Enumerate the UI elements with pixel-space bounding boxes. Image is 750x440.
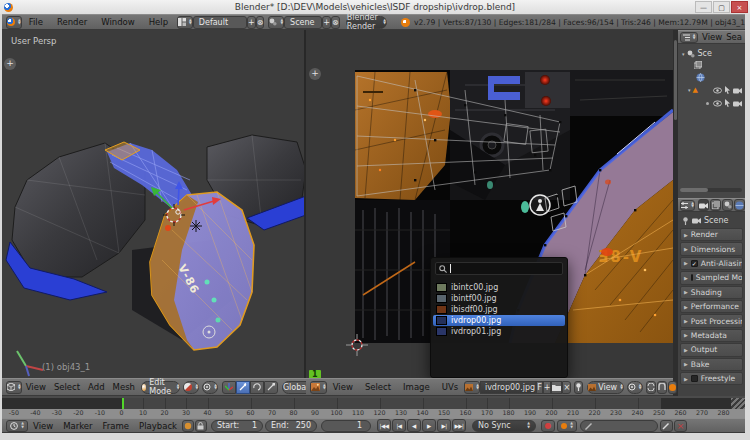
editor-type-button-uv[interactable] — [310, 381, 327, 394]
outliner-row-meshdata[interactable] — [706, 99, 745, 107]
properties-panel-freestyle[interactable]: ▶Freestyle — [680, 372, 743, 385]
add-scene-button[interactable]: + — [322, 16, 331, 29]
menu-render[interactable]: Render — [57, 17, 87, 27]
panel-checkbox[interactable]: ✓ — [691, 260, 698, 267]
image-pin-button[interactable] — [574, 381, 583, 394]
outliner-row-object[interactable]: ▾ ▲ — [688, 86, 745, 94]
uv-menu-view[interactable]: View — [333, 382, 353, 392]
properties-panel-render[interactable]: ▶Render — [680, 228, 743, 241]
collapse-arrow-icon[interactable]: ▶ — [684, 232, 688, 238]
image-browse-button[interactable] — [464, 381, 480, 394]
properties-panel-performance[interactable]: ▶Performance — [680, 300, 743, 313]
uv-menu-uvs[interactable]: UVs — [442, 382, 458, 392]
properties-editor[interactable]: Scene ▶Render▶Dimensions▶✓Anti-Aliasing▶… — [678, 198, 745, 396]
fake-user-button[interactable]: F — [536, 381, 543, 394]
properties-panel-dimensions[interactable]: ▶Dimensions — [680, 242, 743, 255]
record-button[interactable]: ● — [541, 420, 555, 432]
keying-set-field[interactable] — [580, 420, 658, 432]
region-scrollbar-thumb[interactable] — [674, 40, 677, 120]
sync-mode-select[interactable]: No Sync — [472, 420, 536, 432]
mode-select[interactable]: Edit Mode — [141, 381, 181, 394]
timeline[interactable]: -50-40-30-20-100102030405060708090100110… — [2, 398, 745, 418]
prev-keyframe-button[interactable]: |◀ — [392, 419, 406, 432]
unlink-image-button[interactable]: × — [562, 381, 571, 394]
manipulator-rotate-button[interactable] — [250, 381, 264, 394]
screen-layout-icon-button[interactable] — [177, 16, 193, 29]
selectability-pointer-icon[interactable] — [724, 99, 731, 107]
selectability-pointer-icon[interactable] — [724, 86, 731, 94]
collapse-arrow-icon[interactable]: ▶ — [684, 246, 688, 252]
title-bar[interactable]: Blender* [D:\DEV\Models\vehicles\ISDF dr… — [0, 0, 750, 14]
timeline-resize-grip[interactable] — [731, 398, 745, 409]
tl-menu-view[interactable]: View — [33, 421, 53, 431]
expander-icon[interactable]: ▾ — [682, 51, 685, 57]
image-name-field[interactable]: ivdrop00.jpg — [480, 381, 536, 394]
scene-field[interactable]: Scene — [284, 16, 322, 29]
screen-layout-field[interactable]: Default — [193, 16, 247, 29]
unlink-layout-button[interactable]: ⊗ — [256, 16, 265, 29]
new-image-button[interactable]: + — [543, 381, 552, 394]
manipulator-scale-button[interactable] — [264, 381, 278, 394]
properties-panel-post-processing[interactable]: ▶Post Processing — [680, 314, 743, 327]
uv-image-editor[interactable]: Ǝ8-V — [306, 30, 673, 378]
renderability-camera-icon[interactable] — [733, 87, 742, 94]
outliner-menu-view[interactable]: View — [702, 32, 722, 42]
renderability-camera-icon[interactable] — [733, 100, 742, 107]
menu-help[interactable]: Help — [149, 17, 168, 27]
next-keyframe-button[interactable]: ▶| — [437, 419, 451, 432]
image-list-item[interactable]: ivdrop00.jpg — [433, 315, 565, 326]
tl-menu-playback[interactable]: Playback — [139, 421, 177, 431]
outliner-hscrollbar-thumb[interactable] — [680, 188, 708, 192]
v3d-menu-add[interactable]: Add — [88, 382, 104, 392]
tab-world[interactable] — [734, 199, 745, 211]
expander-icon[interactable]: ▾ — [688, 87, 691, 93]
play-reverse-button[interactable]: ◀ — [407, 419, 421, 432]
collapse-arrow-icon[interactable]: ▶ — [684, 376, 688, 382]
image-list-item[interactable]: ibintf00.jpg — [433, 293, 565, 304]
pin-icon[interactable] — [682, 217, 689, 225]
keying-type-select[interactable] — [557, 420, 577, 432]
tab-scene[interactable] — [722, 199, 733, 211]
scene-icon-button[interactable] — [268, 16, 284, 29]
dropdown-search-input[interactable] — [435, 262, 563, 275]
tl-menu-frame[interactable]: Frame — [103, 421, 129, 431]
open-image-button[interactable] — [551, 381, 562, 394]
jump-end-button[interactable]: ▶▶| — [452, 419, 466, 432]
tab-render[interactable] — [698, 199, 709, 211]
editor-type-button-3dview[interactable] — [6, 381, 22, 394]
jump-start-button[interactable]: |◀◀ — [377, 419, 391, 432]
uv-view-mode-select[interactable]: View — [587, 381, 624, 394]
v3d-menu-view[interactable]: View — [26, 382, 46, 392]
editor-type-button-timeline[interactable] — [6, 420, 28, 432]
panel-icon[interactable] — [691, 274, 693, 281]
outliner[interactable]: View Sea ▾ Sce ▾ ▲ — [678, 30, 745, 198]
collapse-arrow-icon[interactable]: ▶ — [684, 347, 688, 353]
uv-snap-button[interactable] — [657, 381, 667, 394]
collapse-arrow-icon[interactable]: ▶ — [684, 304, 688, 310]
timeline-track[interactable] — [2, 398, 745, 409]
collapse-arrow-icon[interactable]: ▶ — [684, 275, 688, 281]
panel-icon[interactable] — [691, 375, 698, 382]
uv-menu-select[interactable]: Select — [365, 382, 391, 392]
properties-panel-bake[interactable]: ▶Bake — [680, 358, 743, 371]
image-list-item[interactable]: ibisdf00.jpg — [433, 304, 565, 315]
collapse-arrow-icon[interactable]: ▶ — [684, 260, 688, 266]
uv-sync-select-button[interactable] — [646, 381, 656, 394]
uv-menu-image[interactable]: Image — [403, 382, 430, 392]
insert-keyframe-button[interactable] — [660, 420, 673, 432]
menu-window[interactable]: Window — [101, 17, 135, 27]
outliner-row-renderlayers[interactable] — [694, 61, 745, 69]
viewport-3d[interactable]: V-86 — [2, 30, 306, 378]
editor-type-button-properties[interactable] — [680, 200, 695, 211]
collapse-arrow-icon[interactable]: ▶ — [684, 318, 688, 324]
editor-type-button-info[interactable] — [6, 16, 22, 29]
frame-start-field[interactable]: Start:1 — [211, 420, 263, 432]
maximize-button[interactable]: ▢ — [713, 1, 730, 13]
frame-end-field[interactable]: End:250 — [265, 420, 317, 432]
tl-menu-marker[interactable]: Marker — [63, 421, 92, 431]
unlink-scene-button[interactable]: ⊗ — [331, 16, 340, 29]
manipulator-translate-button[interactable] — [236, 381, 250, 394]
collapse-arrow-icon[interactable]: ▶ — [684, 361, 688, 367]
visibility-eye-icon[interactable] — [713, 100, 722, 107]
outliner-menu-search[interactable]: Sea — [726, 32, 742, 42]
